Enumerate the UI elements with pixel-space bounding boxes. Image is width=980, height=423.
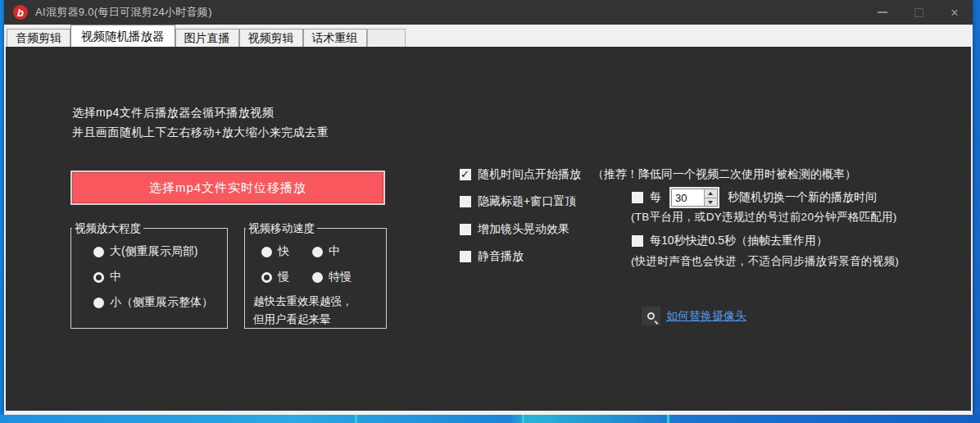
taskbar-separator <box>522 415 524 423</box>
checkbox-icon <box>460 169 471 180</box>
tab-audio-clip[interactable]: 音频剪辑 <box>7 29 70 47</box>
tab-bar: 音频剪辑 视频随机播放器 图片直播 视频剪辑 话术重组 <box>4 25 973 47</box>
radio-label: 大(侧重展示局部) <box>110 244 197 259</box>
interval-prefix-label: 每 <box>650 190 661 205</box>
tab-video-random-player[interactable]: 视频随机播放器 <box>70 25 175 47</box>
radio-icon <box>312 272 323 283</box>
checkbox-fast-forward[interactable]: 每10秒快进0.5秒（抽帧去重作用） <box>632 234 828 248</box>
interval-seconds-spinner[interactable]: 30 <box>671 189 718 207</box>
checkbox-label: 隐藏标题+窗口置顶 <box>478 194 576 209</box>
radio-label: 特慢 <box>329 270 352 284</box>
speed-note-line-1: 越快去重效果越强， <box>253 293 353 311</box>
spinner-up-icon[interactable] <box>705 189 717 198</box>
minimize-icon <box>878 11 887 13</box>
checkbox-label: 静音播放 <box>478 249 524 264</box>
radio-label: 中 <box>110 270 121 284</box>
radio-label: 慢 <box>278 270 289 284</box>
interval-seconds-value[interactable]: 30 <box>672 189 704 206</box>
speed-group-note: 越快去重效果越强， 但用户看起来晕 <box>253 293 353 329</box>
taskbar-separator <box>355 415 357 423</box>
video-speed-group: 视频移动速度 快 中 慢 特慢 越快去重效果越强， 但用户看起来晕 <box>244 228 387 329</box>
intro-line-2: 并且画面随机上下左右移动+放大缩小来完成去重 <box>72 122 329 142</box>
radio-icon <box>261 247 272 257</box>
maximize-icon <box>914 8 923 17</box>
app-window: b AI混剪器9.0(每日可混剪24小时音频) ✕ 音频剪辑 视频随机播放器 图… <box>4 0 973 415</box>
tab-video-clip[interactable]: 视频剪辑 <box>239 29 303 47</box>
video-zoom-group-title: 视频放大程度 <box>72 221 143 236</box>
close-button[interactable]: ✕ <box>937 0 973 25</box>
radio-zoom-medium[interactable]: 中 <box>93 271 121 284</box>
radio-label: 快 <box>278 244 289 259</box>
select-mp4-button[interactable]: 选择mp4文件实时位移播放 <box>70 171 385 205</box>
radio-speed-fast[interactable]: 快 <box>261 245 289 258</box>
checkbox-icon <box>460 251 471 262</box>
tab-empty <box>367 29 406 47</box>
fast-forward-note: (快进时声音也会快进，不适合同步播放背景音的视频) <box>631 254 899 269</box>
radio-speed-very-slow[interactable]: 特慢 <box>312 271 352 284</box>
taskbar-separator <box>667 415 669 423</box>
spinner-buttons <box>704 189 717 206</box>
speed-note-line-2: 但用户看起来晕 <box>253 311 353 329</box>
video-zoom-group: 视频放大程度 大(侧重展示局部) 中 小（侧重展示整体） <box>70 228 228 329</box>
radio-label: 中 <box>329 244 340 259</box>
titlebar: b AI混剪器9.0(每日可混剪24小时音频) ✕ <box>4 0 973 25</box>
radio-speed-medium[interactable]: 中 <box>312 245 340 258</box>
checkbox-icon <box>632 192 643 203</box>
checkbox-icon <box>460 196 471 207</box>
radio-icon <box>312 247 323 257</box>
close-icon: ✕ <box>951 7 960 19</box>
app-logo-icon: b <box>13 5 28 20</box>
search-icon <box>647 312 655 320</box>
taskbar[interactable] <box>0 415 980 423</box>
tab-page-video-random-player: 选择mp4文件后播放器会循环播放视频 并且画面随机上下左右移动+放大缩小来完成去… <box>6 47 971 411</box>
checkbox-mute[interactable]: 静音播放 <box>460 250 524 263</box>
radio-icon <box>93 298 104 308</box>
intro-line-1: 选择mp4文件后播放器会循环播放视频 <box>72 102 329 122</box>
video-speed-group-title: 视频移动速度 <box>246 221 317 236</box>
radio-zoom-large[interactable]: 大(侧重展示局部) <box>93 245 197 258</box>
checkbox-label: 随机时间点开始播放 <box>478 167 581 182</box>
radio-icon <box>261 272 272 283</box>
radio-zoom-small[interactable]: 小（侧重展示整体） <box>93 296 213 309</box>
window-controls: ✕ <box>864 0 973 25</box>
tab-image-live[interactable]: 图片直播 <box>175 29 239 47</box>
checkbox-icon <box>460 224 471 235</box>
checkbox-label: 增加镜头晃动效果 <box>478 222 569 237</box>
minimize-button[interactable] <box>864 0 901 25</box>
checkbox-hide-title[interactable]: 隐藏标题+窗口置顶 <box>460 195 576 208</box>
checkbox-interval-switch[interactable]: 每 30 秒随机切换一个新的播放时间 <box>632 189 877 207</box>
interval-note: (TB平台用，或DY违规过的号过前20分钟严格匹配用) <box>631 210 897 225</box>
checkbox-label: 每10秒快进0.5秒（抽帧去重作用） <box>650 234 828 248</box>
radio-speed-slow[interactable]: 慢 <box>261 271 289 284</box>
checkbox-hint: （推荐！降低同一个视频二次使用时被检测的概率） <box>592 167 856 182</box>
interval-suffix-label: 秒随机切换一个新的播放时间 <box>728 190 877 205</box>
maximize-button[interactable] <box>901 0 937 25</box>
radio-icon <box>93 247 104 257</box>
radio-icon <box>93 272 104 283</box>
checkbox-camera-shake[interactable]: 增加镜头晃动效果 <box>460 223 569 236</box>
search-icon-box <box>642 307 660 325</box>
checkbox-icon <box>632 235 643 247</box>
intro-text: 选择mp4文件后播放器会循环播放视频 并且画面随机上下左右移动+放大缩小来完成去… <box>72 102 329 142</box>
radio-label: 小（侧重展示整体） <box>110 295 213 310</box>
replace-camera-link[interactable]: 如何替换摄像头 <box>666 309 746 324</box>
checkbox-random-start[interactable]: 随机时间点开始播放 （推荐！降低同一个视频二次使用时被检测的概率） <box>460 168 856 181</box>
tab-script-remix[interactable]: 话术重组 <box>303 29 367 47</box>
window-title: AI混剪器9.0(每日可混剪24小时音频) <box>35 5 212 20</box>
spinner-down-icon[interactable] <box>705 198 717 207</box>
